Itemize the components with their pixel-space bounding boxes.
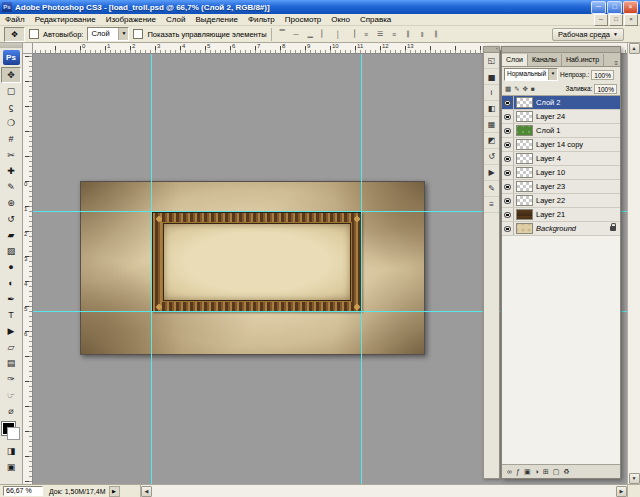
visibility-toggle[interactable]: [502, 124, 514, 137]
window-button[interactable]: ─: [591, 1, 606, 14]
layer-row[interactable]: Layer 4: [502, 152, 620, 166]
align-button[interactable]: ▏: [318, 28, 331, 40]
visibility-toggle[interactable]: [502, 110, 514, 123]
tool-button[interactable]: T: [1, 307, 21, 323]
layer-row[interactable]: Layer 24: [502, 110, 620, 124]
visibility-toggle[interactable]: [502, 194, 514, 207]
tool-button[interactable]: ✚: [1, 163, 21, 179]
align-button[interactable]: ▕: [346, 28, 359, 40]
visibility-toggle[interactable]: [502, 180, 514, 193]
panel-icon[interactable]: ✎: [484, 181, 499, 197]
menu-item[interactable]: Редактирование: [30, 14, 101, 25]
window-button[interactable]: □: [607, 1, 622, 14]
lock-icon[interactable]: ✎: [514, 83, 519, 95]
panel-menu-icon[interactable]: ≡: [612, 60, 620, 66]
tool-button[interactable]: ϛ: [1, 99, 21, 115]
align-button[interactable]: │: [332, 28, 345, 40]
horizontal-scrollbar[interactable]: ◀ ▶: [140, 485, 627, 497]
layers-footer-button[interactable]: ♻: [563, 468, 569, 476]
vertical-ruler[interactable]: 0123456: [23, 54, 33, 484]
layers-footer-button[interactable]: ▢: [553, 468, 560, 476]
lock-icon[interactable]: ■: [531, 83, 535, 95]
tool-button[interactable]: ▤: [1, 355, 21, 371]
guide-vertical[interactable]: [151, 54, 152, 484]
document-window-button[interactable]: ─: [594, 14, 608, 26]
scroll-left-icon[interactable]: ◀: [141, 486, 152, 497]
tool-button[interactable]: ↺: [1, 211, 21, 227]
align-button[interactable]: ─: [290, 28, 303, 40]
align-button[interactable]: ≡: [360, 28, 373, 40]
menu-item[interactable]: Справка: [355, 14, 396, 25]
layer-row[interactable]: Layer 22: [502, 194, 620, 208]
scroll-down-icon[interactable]: ▼: [629, 473, 640, 484]
scroll-up-icon[interactable]: ▲: [629, 43, 640, 54]
visibility-toggle[interactable]: [502, 208, 514, 221]
tool-button[interactable]: ▶: [1, 323, 21, 339]
tool-button[interactable]: ⌀: [1, 403, 21, 419]
align-button[interactable]: ‖: [416, 28, 429, 40]
menu-item[interactable]: Изображение: [101, 14, 161, 25]
panel-icon[interactable]: ≡: [484, 197, 499, 213]
tool-button[interactable]: ✒: [1, 291, 21, 307]
opacity-value[interactable]: 100%: [591, 70, 614, 80]
tool-button[interactable]: ▰: [1, 227, 21, 243]
panel-icon[interactable]: ↺: [484, 149, 499, 165]
current-tool-icon[interactable]: ✥: [4, 27, 25, 42]
vertical-scrollbar[interactable]: ▲ ▼: [627, 43, 640, 484]
autoselect-dropdown[interactable]: Слой ▼: [87, 27, 129, 41]
visibility-toggle[interactable]: [502, 138, 514, 151]
window-button[interactable]: ×: [623, 1, 638, 14]
visibility-toggle[interactable]: [502, 152, 514, 165]
visibility-toggle[interactable]: [502, 166, 514, 179]
align-button[interactable]: ∥: [402, 28, 415, 40]
workspace-button[interactable]: Рабочая среда ▼: [552, 28, 624, 41]
blend-mode-dropdown[interactable]: Нормальный ▼: [504, 68, 558, 81]
tool-button[interactable]: ✥: [1, 67, 21, 83]
guide-vertical[interactable]: [361, 54, 362, 484]
tool-button[interactable]: ▢: [1, 83, 21, 99]
layers-footer-button[interactable]: ▣: [524, 468, 531, 476]
panel-tab[interactable]: Каналы: [528, 54, 562, 66]
tool-button[interactable]: ◐: [1, 275, 21, 291]
layers-footer-button[interactable]: ◑: [535, 468, 539, 475]
panel-icon[interactable]: ◱: [484, 53, 499, 69]
background-color-swatch[interactable]: [7, 427, 20, 440]
layer-row[interactable]: Слой 1: [502, 124, 620, 138]
toolbar-grip[interactable]: [0, 43, 22, 48]
toolbar-mode-button[interactable]: ▣: [1, 459, 21, 475]
scroll-right-icon[interactable]: ▶: [616, 486, 627, 497]
layers-footer-button[interactable]: ∞: [507, 468, 512, 475]
status-flyout-icon[interactable]: ▶: [109, 486, 120, 497]
tool-button[interactable]: ☞: [1, 387, 21, 403]
align-button[interactable]: ≡: [388, 28, 401, 40]
document-window-button[interactable]: ×: [624, 14, 638, 26]
fill-value[interactable]: 100%: [594, 84, 617, 94]
tool-button[interactable]: #: [1, 131, 21, 147]
show-transform-controls-checkbox[interactable]: [133, 29, 143, 39]
layer-row[interactable]: Layer 14 copy: [502, 138, 620, 152]
autoselect-checkbox[interactable]: [29, 29, 39, 39]
visibility-toggle[interactable]: [502, 96, 514, 109]
layer-row[interactable]: Layer 10: [502, 166, 620, 180]
layer-row[interactable]: Background: [502, 222, 620, 236]
panel-tab[interactable]: Наб.инстр: [562, 54, 604, 66]
menu-item[interactable]: Фильтр: [243, 14, 280, 25]
menu-item[interactable]: Просмотр: [280, 14, 327, 25]
tool-button[interactable]: ✎: [1, 179, 21, 195]
menu-item[interactable]: Выделение: [190, 14, 242, 25]
panel-icon[interactable]: ▦: [484, 117, 499, 133]
align-button[interactable]: ☰: [374, 28, 387, 40]
visibility-toggle[interactable]: [502, 222, 514, 235]
document-window-button[interactable]: □: [609, 14, 623, 26]
ruler-corner[interactable]: [23, 43, 33, 54]
menu-item[interactable]: Файл: [0, 14, 30, 25]
layer-row[interactable]: Слой 2: [502, 96, 620, 110]
tool-button[interactable]: ⊛: [1, 195, 21, 211]
align-button[interactable]: ▔: [276, 28, 289, 40]
layers-footer-button[interactable]: ⊞: [543, 468, 549, 476]
menu-item[interactable]: Окно: [326, 14, 355, 25]
lock-icon[interactable]: ✥: [523, 83, 528, 95]
document-canvas[interactable]: [80, 181, 425, 355]
layer-row[interactable]: Layer 23: [502, 180, 620, 194]
panel-icon[interactable]: ◩: [484, 133, 499, 149]
